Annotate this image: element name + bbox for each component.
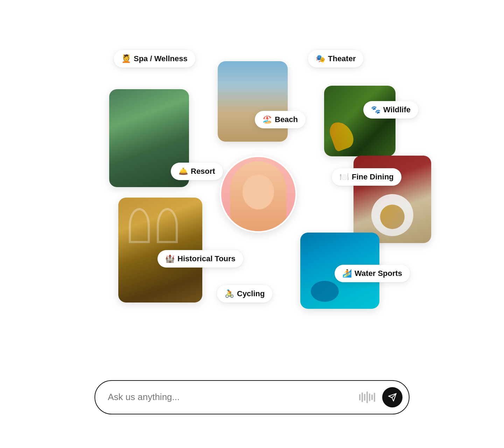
wildlife-icon: 🐾 — [371, 106, 380, 114]
fine-dining-icon: 🍽️ — [340, 173, 349, 181]
chip-spa[interactable]: 💆 Spa / Wellness — [114, 50, 195, 67]
chip-resort[interactable]: 🛎️ Resort — [171, 163, 223, 180]
resort-icon: 🛎️ — [178, 168, 188, 175]
avatar — [220, 156, 297, 233]
search-bar — [94, 380, 410, 414]
chip-fine-dining[interactable]: 🍽️ Fine Dining — [332, 168, 401, 186]
chip-cycling[interactable]: 🚴 Cycling — [217, 285, 272, 303]
chip-spa-label: Spa / Wellness — [134, 54, 188, 63]
chip-resort-label: Resort — [191, 167, 215, 176]
spa-icon: 💆 — [121, 55, 131, 63]
chip-wildlife[interactable]: 🐾 Wildlife — [363, 101, 418, 119]
search-input[interactable] — [108, 392, 355, 403]
chip-theater-label: Theater — [328, 54, 356, 63]
water-sports-icon: 🏄 — [342, 270, 352, 277]
chip-theater[interactable]: 🎭 Theater — [308, 50, 363, 67]
chip-cycling-label: Cycling — [237, 289, 265, 298]
historical-tours-icon: 🏰 — [165, 255, 175, 263]
send-button[interactable] — [382, 387, 402, 407]
send-icon — [388, 393, 397, 402]
beach-image — [218, 61, 288, 142]
chip-historical-tours-label: Historical Tours — [177, 254, 236, 263]
chip-historical-tours[interactable]: 🏰 Historical Tours — [158, 250, 243, 268]
chip-water-sports-label: Water Sports — [355, 269, 402, 278]
chip-water-sports[interactable]: 🏄 Water Sports — [335, 265, 410, 282]
chip-beach-label: Beach — [275, 115, 298, 124]
search-bar-wrapper — [94, 380, 410, 414]
waveform-icon — [359, 391, 375, 403]
chip-wildlife-label: Wildlife — [383, 105, 411, 114]
content-area: 💆 Spa / Wellness 🎭 Theater 🏖️ Beach 🐾 Wi… — [59, 34, 444, 366]
chip-fine-dining-label: Fine Dining — [352, 172, 394, 182]
cycling-icon: 🚴 — [225, 290, 234, 298]
chip-beach[interactable]: 🏖️ Beach — [255, 111, 306, 128]
beach-icon: 🏖️ — [262, 116, 272, 123]
wildlife-image — [324, 86, 396, 156]
theater-icon: 🎭 — [316, 55, 325, 63]
